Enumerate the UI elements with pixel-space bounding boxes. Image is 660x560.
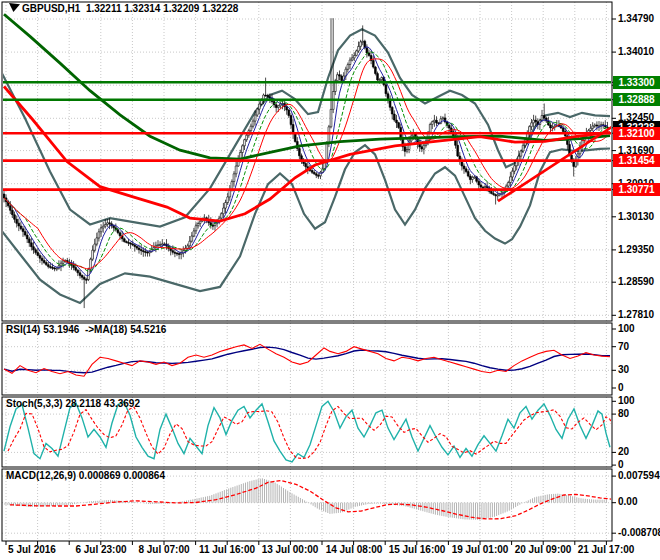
time-axis-label: 13 Jul 00:00 [255, 544, 325, 556]
time-axis-label: 6 Jul 23:00 [66, 544, 136, 556]
rsi-axis-label: 100 [618, 323, 660, 335]
price-axis-label: 1.27810 [618, 309, 660, 321]
macd-axis-label: 0.00 [618, 496, 660, 508]
price-axis-label: 1.28590 [618, 276, 660, 288]
rsi-axis-label: 0 [618, 382, 660, 394]
price-axis-label: 1.29350 [618, 244, 660, 256]
rsi-axis-label: 30 [618, 364, 660, 376]
stoch-indicator-label: Stoch(5,3,3) 28.2118 43.3692 [6, 398, 140, 410]
mt4-chart-window: { "window": { "title": "GBPUSD,H1 1.3221… [0, 0, 660, 560]
time-axis-label: 20 Jul 09:00 [508, 544, 578, 556]
stoch-axis-label: 80 [618, 408, 660, 420]
time-axis-label: 11 Jul 16:00 [192, 544, 262, 556]
stoch-axis-label: 100 [618, 395, 660, 407]
rsi-axis-label: 70 [618, 341, 660, 353]
support-level-badge: 1.31454 [613, 154, 660, 167]
time-axis-label: 21 Jul 17:00 [571, 544, 641, 556]
support-level-badge: 1.30771 [613, 183, 660, 196]
chart-title: GBPUSD,H1 1.32211 1.32314 1.32209 1.3222… [22, 3, 238, 15]
time-axis-label: 5 Jul 2016 [0, 544, 67, 556]
stoch-axis-label: 20 [618, 446, 660, 458]
macd-indicator-label: MACD(12,26,9) 0.000869 0.000864 [6, 470, 165, 482]
macd-axis-label: -0.008708 [618, 527, 660, 539]
time-axis-label: 15 Jul 16:00 [382, 544, 452, 556]
support-level-badge: 1.32100 [613, 127, 660, 140]
macd-axis-label: 0.007594 [618, 470, 660, 482]
price-axis-label: 1.34010 [618, 46, 660, 58]
price-axis-label: 1.34790 [618, 13, 660, 25]
rsi-indicator-label: RSI(14) 53.1946 ->MA(18) 54.5216 [6, 324, 166, 336]
resistance-level-badge: 1.33300 [613, 76, 660, 89]
time-axis-label: 14 Jul 08:00 [319, 544, 389, 556]
time-axis-label: 19 Jul 01:00 [445, 544, 515, 556]
price-axis-label: 1.30130 [618, 211, 660, 223]
resistance-level-badge: 1.32888 [613, 93, 660, 106]
time-axis-label: 8 Jul 07:00 [129, 544, 199, 556]
